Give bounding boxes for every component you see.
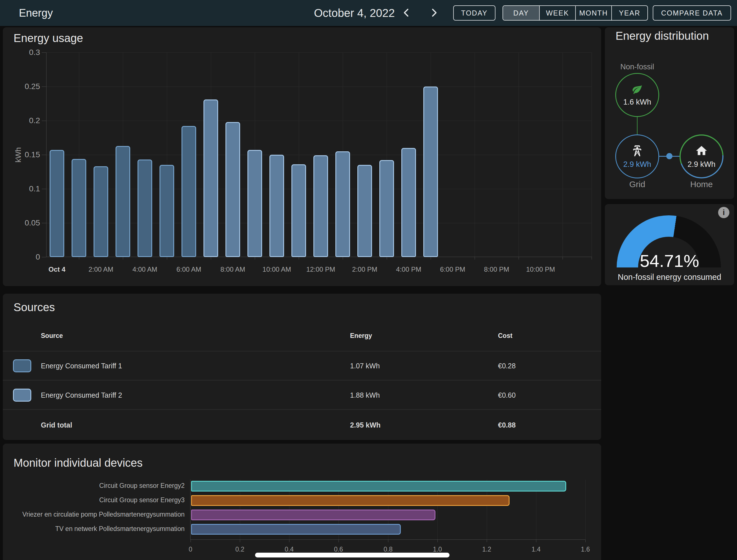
x-tick-label: 0.6 — [326, 546, 351, 553]
device-label: TV en netwerk Polledsmartenergysummation — [3, 525, 185, 533]
non-fossil-value: 1.6 kWh — [623, 98, 651, 107]
non-fossil-gauge-card: i 54.71% Non-fossil energy consumed — [605, 204, 734, 285]
tab-week[interactable]: WEEK — [539, 6, 575, 20]
axis-tick — [475, 257, 475, 260]
axis-tick — [338, 540, 339, 542]
source-color-swatch — [13, 389, 31, 402]
axis-tick — [42, 155, 46, 155]
home-node-label: Home — [673, 180, 730, 189]
x-tick-label: 0.4 — [276, 546, 302, 553]
axis-tick — [487, 540, 487, 542]
usage-bar[interactable] — [247, 150, 262, 257]
axis-tick — [42, 52, 46, 53]
next-date-button[interactable] — [425, 5, 442, 21]
y-axis-line — [190, 480, 191, 540]
x-tick-label: 6:00 PM — [431, 265, 475, 273]
home-node-ring: 2.9 kWh — [680, 134, 723, 178]
grid-line — [47, 52, 592, 53]
usage-bar[interactable] — [269, 155, 284, 257]
device-bar[interactable] — [191, 510, 435, 520]
row-divider — [3, 351, 601, 351]
x-tick-label: 1.6 — [573, 546, 598, 553]
source-label: Energy Consumed Tariff 1 — [41, 362, 122, 370]
energy-usage-card: Energy usage kWh 0.30.250.20.150.10.050O… — [3, 27, 601, 286]
row-divider — [3, 409, 601, 410]
axis-tick — [42, 257, 46, 257]
x-tick-label: 0.2 — [227, 546, 253, 553]
usage-bar[interactable] — [379, 160, 394, 257]
devices-chart-scrollbar[interactable] — [255, 553, 450, 557]
usage-bar[interactable] — [335, 151, 350, 257]
energy-distribution-card: Energy distribution Non-fossil 1.6 kWh 2… — [605, 27, 734, 199]
y-tick-label: 0.25 — [3, 82, 40, 91]
axis-tick — [431, 257, 431, 260]
today-button[interactable]: TODAY — [453, 5, 495, 21]
sources-card: Sources SourceEnergyCostEnergy Consumed … — [3, 294, 601, 440]
axis-tick — [79, 257, 79, 260]
x-tick-label: 10:00 AM — [255, 265, 299, 273]
leaf-icon — [632, 84, 643, 96]
usage-bar[interactable] — [72, 159, 86, 257]
axis-tick — [42, 121, 46, 121]
axis-tick — [387, 257, 387, 260]
energy-flow-dot — [666, 153, 672, 159]
grid-line — [592, 52, 592, 257]
x-tick-label: 1.0 — [425, 546, 450, 553]
axis-tick — [42, 189, 46, 189]
column-header: Source — [41, 332, 63, 340]
tab-day[interactable]: DAY — [503, 6, 539, 20]
devices-title: Monitor individual devices — [14, 457, 143, 469]
usage-bar[interactable] — [423, 87, 438, 257]
usage-bar[interactable] — [357, 165, 372, 257]
grid-total-cost: €0.88 — [498, 421, 516, 429]
device-label: Circuit Group sensor Energy2 — [3, 482, 185, 490]
devices-card: Monitor individual devices 00.20.40.60.8… — [3, 444, 601, 560]
axis-tick — [211, 257, 211, 260]
distribution-title: Energy distribution — [616, 30, 709, 42]
usage-bar[interactable] — [182, 126, 196, 257]
device-label: Vriezer en circulatie pomp Polledsmarten… — [3, 511, 185, 518]
x-tick-label: 4:00 AM — [123, 265, 167, 273]
y-tick-label: 0.3 — [3, 48, 40, 57]
device-bar[interactable] — [191, 524, 401, 535]
prev-date-button[interactable] — [398, 5, 415, 21]
usage-bar[interactable] — [225, 122, 240, 257]
gauge-caption: Non-fossil energy consumed — [605, 273, 734, 282]
axis-tick — [437, 540, 438, 542]
row-divider — [3, 380, 601, 380]
app-header: Energy October 4, 2022 TODAY DAYWEEKMONT… — [0, 0, 737, 26]
y-tick-label: 0.05 — [3, 218, 40, 227]
device-bar[interactable] — [191, 495, 510, 506]
tab-month[interactable]: MONTH — [575, 6, 611, 20]
usage-bar[interactable] — [401, 148, 416, 257]
axis-tick — [519, 257, 519, 260]
x-tick-label: 8:00 AM — [211, 265, 255, 273]
tab-year[interactable]: YEAR — [611, 6, 647, 20]
usage-bar[interactable] — [160, 165, 174, 257]
usage-bar[interactable] — [203, 99, 218, 257]
grid-line — [519, 52, 519, 257]
x-tick-label: 1.4 — [523, 546, 549, 553]
x-tick-label: 0.8 — [375, 546, 401, 553]
grid-line — [585, 480, 586, 540]
usage-bar[interactable] — [138, 160, 152, 257]
x-tick-label: 6:00 AM — [167, 265, 211, 273]
usage-bar[interactable] — [50, 150, 64, 257]
usage-bar[interactable] — [116, 146, 130, 257]
grid-line — [47, 121, 592, 121]
axis-tick — [536, 540, 536, 542]
page-title: Energy — [19, 0, 53, 26]
x-tick-label: 12:00 PM — [299, 265, 343, 273]
compare-data-button[interactable]: COMPARE DATA — [653, 5, 731, 21]
device-bar[interactable] — [191, 481, 566, 492]
grid-node-label: Grid — [609, 180, 665, 189]
x-tick-label: 0 — [178, 546, 203, 553]
axis-tick — [289, 540, 289, 542]
usage-bar[interactable] — [94, 166, 108, 257]
usage-bar[interactable] — [291, 164, 306, 257]
source-color-swatch — [13, 359, 31, 372]
y-tick-label: 0.15 — [3, 150, 40, 159]
usage-bar[interactable] — [313, 155, 328, 257]
y-tick-label: 0.1 — [3, 184, 40, 193]
y-tick-label: 0.2 — [3, 116, 40, 125]
